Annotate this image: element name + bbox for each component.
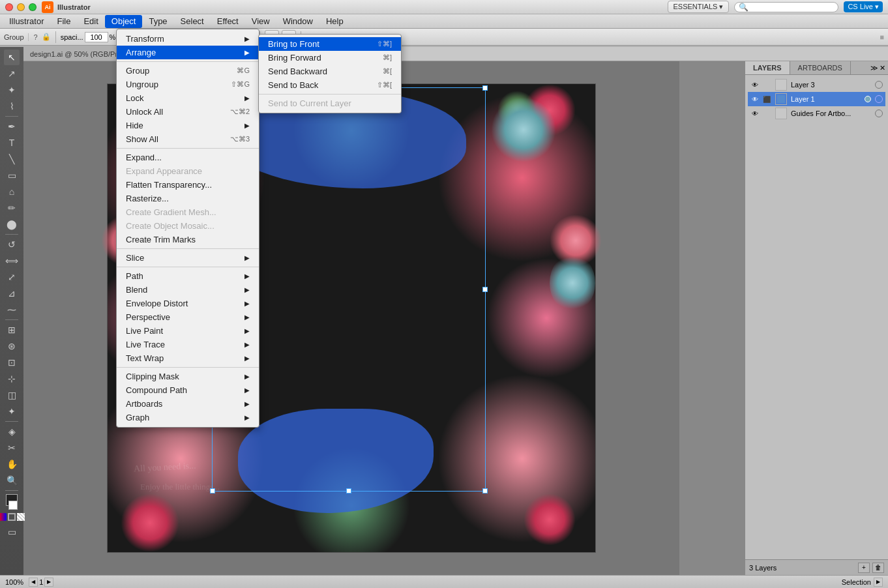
layer-row-1[interactable]: 👁 ⬛ Layer 1 bbox=[748, 92, 885, 106]
paintbrush-tool[interactable]: ⌂ bbox=[4, 184, 20, 199]
line-tool[interactable]: ╲ bbox=[4, 151, 20, 167]
search-bar[interactable]: 🔍 bbox=[734, 2, 838, 12]
layer-visibility-1[interactable]: 👁 bbox=[750, 95, 760, 104]
menu-item-compound-path[interactable]: Compound Path ▶ bbox=[117, 383, 259, 397]
magic-wand-tool[interactable]: ✦ bbox=[4, 82, 20, 98]
minimize-button[interactable] bbox=[17, 3, 25, 11]
layer-visibility-guides[interactable]: 👁 bbox=[750, 109, 760, 118]
menu-item-artboards[interactable]: Artboards ▶ bbox=[117, 397, 259, 411]
menu-view[interactable]: View bbox=[245, 15, 276, 28]
menu-edit[interactable]: Edit bbox=[77, 15, 104, 28]
none-icon[interactable] bbox=[17, 513, 25, 521]
menu-window[interactable]: Window bbox=[276, 15, 319, 28]
menu-item-perspective[interactable]: Perspective ▶ bbox=[117, 310, 259, 324]
close-button[interactable] bbox=[5, 3, 13, 11]
tab-artboards[interactable]: ARTBOARDS bbox=[790, 61, 851, 74]
zoom-input[interactable] bbox=[85, 32, 108, 42]
scale-tool[interactable]: ⤢ bbox=[4, 269, 20, 285]
column-graph-tool[interactable]: ⊡ bbox=[4, 355, 20, 370]
free-transform-tool[interactable]: ⊞ bbox=[4, 322, 20, 338]
menu-item-group[interactable]: Group ⌘G bbox=[117, 64, 259, 78]
menu-item-flatten-transparency[interactable]: Flatten Transparency... bbox=[117, 178, 259, 192]
sep5 bbox=[5, 490, 18, 491]
gradient-icon[interactable] bbox=[8, 513, 16, 521]
cs-live-button[interactable]: CS Live ▾ bbox=[844, 1, 883, 12]
arrange-send-backward[interactable]: Send Backward ⌘[ bbox=[259, 65, 401, 78]
menu-item-ungroup[interactable]: Ungroup ⇧⌘G bbox=[117, 78, 259, 91]
menu-item-live-paint[interactable]: Live Paint ▶ bbox=[117, 324, 259, 338]
blob-brush-tool[interactable]: ⬤ bbox=[4, 216, 20, 232]
menu-item-rasterize[interactable]: Rasterize... bbox=[117, 192, 259, 205]
menu-item-expand[interactable]: Expand... bbox=[117, 151, 259, 164]
color-icon[interactable] bbox=[0, 513, 7, 521]
direct-selection-tool[interactable]: ↗ bbox=[4, 66, 20, 81]
menu-item-hide[interactable]: Hide ▶ bbox=[117, 119, 259, 132]
layer-name-1: Layer 1 bbox=[791, 95, 862, 103]
expand-panel-icon[interactable]: ≫ bbox=[870, 64, 878, 72]
menu-item-show-all[interactable]: Show All ⌥⌘3 bbox=[117, 132, 259, 146]
pencil-tool[interactable]: ✏ bbox=[4, 200, 20, 216]
hand-tool[interactable]: ✋ bbox=[4, 456, 20, 472]
tab-layers[interactable]: LAYERS bbox=[745, 61, 790, 74]
fullscreen-button[interactable] bbox=[29, 3, 37, 11]
menu-item-unlock-all[interactable]: Unlock All ⌥⌘2 bbox=[117, 105, 259, 119]
menu-item-blend[interactable]: Blend ▶ bbox=[117, 283, 259, 297]
zoom-tool[interactable]: 🔍 bbox=[4, 473, 20, 488]
selection-tool[interactable]: ↖ bbox=[4, 50, 20, 65]
symbol-sprayer-tool[interactable]: ⊛ bbox=[4, 338, 20, 354]
mesh-tool[interactable]: ⊹ bbox=[4, 371, 20, 387]
essentials-button[interactable]: ESSENTIALS ▾ bbox=[668, 1, 730, 13]
shear-tool[interactable]: ⊿ bbox=[4, 286, 20, 301]
warp-tool[interactable]: ⁓ bbox=[4, 302, 20, 317]
search-input[interactable] bbox=[748, 3, 834, 11]
menu-item-create-trim-marks[interactable]: Create Trim Marks bbox=[117, 233, 259, 246]
close-panel-icon[interactable]: ✕ bbox=[880, 64, 885, 72]
next-page-button[interactable]: ▶ bbox=[44, 578, 53, 587]
pen-tool[interactable]: ✒ bbox=[4, 119, 20, 134]
blend-tool[interactable]: ◈ bbox=[4, 424, 20, 439]
shape-tool[interactable]: ▭ bbox=[4, 168, 20, 183]
menu-item-lock[interactable]: Lock ▶ bbox=[117, 91, 259, 105]
layer-target-3[interactable] bbox=[875, 81, 883, 89]
reflect-tool[interactable]: ⟺ bbox=[4, 253, 20, 269]
lock-arrow: ▶ bbox=[244, 95, 250, 102]
layer-row-3[interactable]: 👁 Layer 3 bbox=[748, 78, 885, 92]
arrange-bring-to-front[interactable]: Bring to Front ⇧⌘] bbox=[259, 37, 401, 51]
bring-forward-shortcut: ⌘] bbox=[383, 53, 392, 62]
arrange-bring-forward[interactable]: Bring Forward ⌘] bbox=[259, 51, 401, 65]
menu-type[interactable]: Type bbox=[142, 15, 173, 28]
layer-visibility-3[interactable]: 👁 bbox=[750, 80, 760, 89]
change-screen-mode[interactable]: ▭ bbox=[4, 524, 20, 540]
menu-item-path[interactable]: Path ▶ bbox=[117, 269, 259, 283]
type-tool[interactable]: T bbox=[4, 135, 20, 151]
slice-arrow: ▶ bbox=[244, 254, 250, 261]
layer-target-guides[interactable] bbox=[875, 110, 883, 117]
menu-item-slice[interactable]: Slice ▶ bbox=[117, 251, 259, 265]
prev-page-button[interactable]: ◀ bbox=[29, 578, 38, 587]
stroke-color[interactable] bbox=[8, 501, 18, 510]
menu-effect[interactable]: Effect bbox=[211, 15, 245, 28]
eyedropper-tool[interactable]: ✦ bbox=[4, 404, 20, 419]
menu-item-graph[interactable]: Graph ▶ bbox=[117, 411, 259, 424]
add-layer-button[interactable]: + bbox=[858, 563, 870, 573]
menu-item-arrange[interactable]: Arrange ▶ bbox=[117, 46, 259, 59]
layer-target-1[interactable] bbox=[875, 95, 883, 103]
menu-item-text-wrap[interactable]: Text Wrap ▶ bbox=[117, 351, 259, 365]
menu-item-envelope-distort[interactable]: Envelope Distort ▶ bbox=[117, 297, 259, 310]
lasso-tool[interactable]: ⌇ bbox=[4, 98, 20, 114]
scissors-tool[interactable]: ✂ bbox=[4, 440, 20, 456]
menu-help[interactable]: Help bbox=[319, 15, 350, 28]
rotate-tool[interactable]: ↺ bbox=[4, 237, 20, 252]
arrange-send-to-back[interactable]: Send to Back ⇧⌘[ bbox=[259, 78, 401, 92]
gradient-tool[interactable]: ◫ bbox=[4, 387, 20, 403]
menu-item-clipping-mask[interactable]: Clipping Mask ▶ bbox=[117, 370, 259, 383]
menu-object[interactable]: Object bbox=[105, 15, 143, 28]
menu-item-live-trace[interactable]: Live Trace ▶ bbox=[117, 338, 259, 351]
layer-row-guides[interactable]: 👁 Guides For Artbo... bbox=[748, 106, 885, 121]
tool-menu-button[interactable]: ▶ bbox=[874, 578, 883, 587]
menu-item-transform[interactable]: Transform ▶ bbox=[117, 32, 259, 46]
menu-select[interactable]: Select bbox=[174, 15, 211, 28]
menu-illustrator[interactable]: Illustrator bbox=[3, 15, 50, 28]
menu-file[interactable]: File bbox=[50, 15, 77, 28]
delete-layer-button[interactable]: 🗑 bbox=[872, 563, 884, 573]
